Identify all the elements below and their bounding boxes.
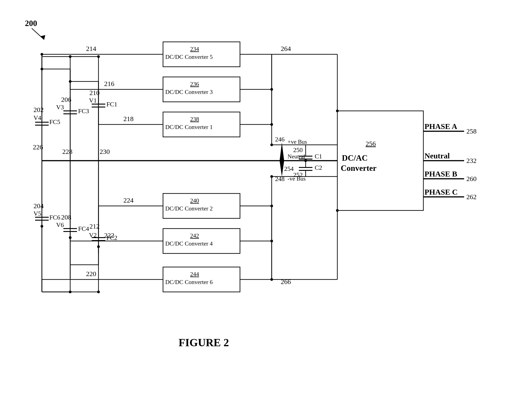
conv5-label: DC/DC Converter 5: [165, 54, 213, 60]
conv2-id: 240: [190, 197, 199, 204]
fc4-label: FC4: [78, 225, 89, 232]
v2-label: V2: [89, 232, 97, 239]
ref-200: 200: [25, 19, 37, 28]
conv3-id: 236: [190, 81, 199, 87]
wire-232: 232: [466, 157, 477, 164]
v4-label: V4: [33, 114, 41, 121]
fc5-label: FC5: [49, 118, 60, 125]
svg-point-110: [270, 240, 273, 242]
ref-206: 206: [61, 96, 71, 103]
conv1-id: 238: [190, 116, 199, 122]
svg-point-116: [97, 245, 100, 248]
svg-point-121: [69, 55, 72, 58]
svg-point-91: [270, 143, 273, 146]
neutral-bus-label: Neutral: [288, 153, 305, 160]
conv2-label: DC/DC Converter 2: [165, 205, 213, 212]
wire-220: 220: [86, 270, 96, 278]
c1-label: C1: [315, 153, 322, 160]
v5-label: V5: [33, 210, 41, 217]
svg-point-114: [40, 225, 43, 228]
fc6-label: FC6: [49, 214, 60, 221]
dcac-label1: DC/AC: [342, 153, 368, 163]
svg-rect-0: [0, 0, 518, 420]
svg-point-90: [336, 209, 339, 212]
wire-250: 250: [293, 146, 303, 153]
wire-260: 260: [466, 175, 477, 182]
wire-228: 228: [62, 148, 72, 155]
wire-254: 254: [284, 165, 294, 172]
wire-252: 252: [293, 171, 303, 178]
svg-point-115: [69, 236, 72, 239]
phase-c-label: PHASE C: [425, 188, 457, 196]
wire-246: 246: [275, 136, 285, 143]
ref-210: 210: [89, 89, 100, 96]
svg-point-124: [69, 291, 72, 293]
wire-262: 262: [466, 193, 477, 201]
wire-216: 216: [104, 80, 114, 87]
wire-264: 264: [281, 45, 291, 52]
ref-212: 212: [89, 222, 100, 230]
svg-point-113: [69, 80, 72, 83]
svg-point-109: [270, 205, 273, 207]
figure-caption: FIGURE 2: [179, 337, 229, 348]
v6-label: V6: [56, 221, 64, 228]
svg-point-88: [40, 53, 43, 56]
ref-208: 208: [61, 213, 71, 221]
wire-230: 230: [100, 148, 110, 155]
conv1-label: DC/DC Converter 1: [165, 124, 213, 130]
svg-point-111: [270, 278, 273, 281]
svg-point-106: [270, 88, 273, 91]
svg-point-107: [270, 123, 273, 126]
dcac-label2: Converter: [341, 164, 376, 173]
phase-a-label: PHASE A: [425, 122, 457, 131]
conv6-label: DC/DC Converter 6: [165, 279, 213, 285]
pos-bus-label: +ve Bus: [288, 138, 307, 145]
conv3-label: DC/DC Converter 3: [165, 89, 213, 95]
conv4-id: 242: [190, 232, 199, 239]
wire-222: 222: [104, 232, 114, 239]
svg-point-122: [97, 55, 100, 58]
wire-248: 248: [275, 175, 285, 182]
conv6-id: 244: [190, 271, 199, 278]
dcac-id: 256: [366, 140, 376, 147]
svg-point-92: [270, 175, 273, 178]
fc3-label: FC3: [78, 107, 89, 114]
svg-point-93: [304, 159, 307, 162]
v3-label: V3: [56, 104, 64, 111]
wire-214: 214: [86, 45, 96, 52]
conv5-id: 234: [190, 46, 199, 52]
diagram-container: 200 202 FC5 V4 206 FC3 V3 210 FC1 V1 204: [0, 0, 518, 420]
wire-266: 266: [281, 278, 291, 285]
svg-point-89: [336, 110, 339, 112]
wire-224: 224: [123, 196, 134, 204]
v1-label: V1: [89, 97, 97, 104]
wire-218: 218: [123, 115, 134, 122]
phase-b-label: PHASE B: [425, 170, 457, 178]
wire-226: 226: [33, 143, 43, 151]
c2-label: C2: [315, 164, 322, 171]
wire-258: 258: [466, 128, 477, 135]
fc1-label: FC1: [107, 101, 117, 108]
conv4-label: DC/DC Converter 4: [165, 240, 213, 247]
neutral-label: Neutral: [425, 152, 450, 160]
